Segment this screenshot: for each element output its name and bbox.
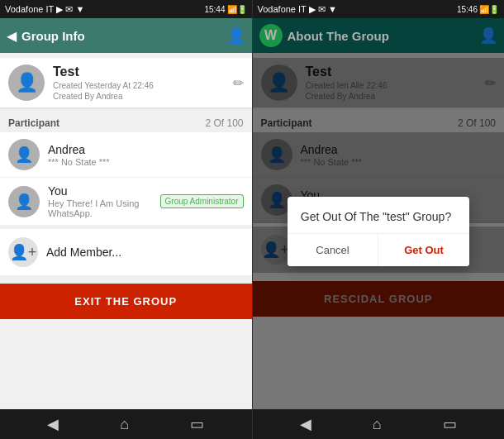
edit-icon-left[interactable]: ✏ <box>233 75 244 91</box>
participant-info-andrea-left: Andrea *** No State *** <box>48 143 244 167</box>
right-content-body: 👤 Test Created Ieri Alle 22:46 Created B… <box>253 53 505 409</box>
carrier-left: Vodafone IT ▶ ✉ ▼ <box>5 4 84 15</box>
add-member-label-left: Add Member... <box>46 246 121 259</box>
group-name-left: Test <box>53 64 225 79</box>
time-left: 15:44 📶🔋 <box>204 5 246 14</box>
add-member-left[interactable]: 👤+ Add Member... <box>0 229 252 275</box>
nav-home-right[interactable]: ⌂ <box>373 416 382 433</box>
section-header-left: Participant 2 Of 100 <box>0 111 252 132</box>
add-person-icon-right[interactable]: 👤 <box>479 26 497 45</box>
status-icons-left: ▶ ✉ ▼ <box>56 4 84 15</box>
dialog-box: Get Out Of The "test" Group? Cancel Get … <box>288 197 469 266</box>
left-header-title: Group Info <box>21 29 222 43</box>
nav-back-right[interactable]: ◀ <box>300 415 311 433</box>
participant-avatar-you-left: 👤 <box>8 186 40 217</box>
group-info-text-left: Test Created Yesterday At 22:46 Created … <box>53 64 225 101</box>
status-bar-left: Vodafone IT ▶ ✉ ▼ 15:44 📶🔋 <box>0 0 253 18</box>
participant-name-andrea-left: Andrea <box>48 143 244 156</box>
left-screen: ◀ Group Info 👤 👤 Test Created Yesterday … <box>0 18 253 409</box>
left-content-body: 👤 Test Created Yesterday At 22:46 Create… <box>0 53 252 409</box>
screens-container: ◀ Group Info 👤 👤 Test Created Yesterday … <box>0 18 504 409</box>
add-person-icon-left[interactable]: 👤 <box>227 26 245 45</box>
group-created-left: Created Yesterday At 22:46 <box>53 81 225 90</box>
time-right: 15:46 📶🔋 <box>457 5 499 14</box>
status-bars: Vodafone IT ▶ ✉ ▼ 15:44 📶🔋 Vodafone IT ▶… <box>0 0 504 18</box>
carrier-name-left: Vodafone IT <box>5 4 54 14</box>
nav-back-left[interactable]: ◀ <box>47 415 59 433</box>
right-app-header: W About The Group 👤 <box>253 18 505 53</box>
left-app-header: ◀ Group Info 👤 <box>0 18 252 53</box>
group-avatar-left: 👤 <box>8 64 45 101</box>
dialog-cancel-button[interactable]: Cancel <box>288 234 379 266</box>
section-count-left: 2 Of 100 <box>205 117 243 129</box>
dialog-overlay: Get Out Of The "test" Group? Cancel Get … <box>253 53 505 409</box>
dialog-title: Get Out Of The "test" Group? <box>288 197 469 234</box>
group-created-by-left: Created By Andrea <box>53 92 225 101</box>
carrier-name-right: Vodafone IT <box>258 4 307 14</box>
nav-bars: ◀ ⌂ ▭ ◀ ⌂ ▭ <box>0 409 504 439</box>
status-icons-right: ▶ ✉ ▼ <box>309 4 337 15</box>
dialog-confirm-button[interactable]: Get Out <box>378 234 469 266</box>
exit-button-left[interactable]: EXIT THE GROUP <box>0 284 252 319</box>
dialog-actions: Cancel Get Out <box>288 234 469 266</box>
back-icon-left[interactable]: ◀ <box>7 28 17 44</box>
participant-name-you-left: You <box>48 184 152 198</box>
participant-status-you-left: Hey There! I Am Using WhatsApp. <box>48 198 152 218</box>
participant-avatar-andrea-left: 👤 <box>8 139 40 170</box>
participant-you-left[interactable]: 👤 You Hey There! I Am Using WhatsApp. Gr… <box>0 178 252 226</box>
admin-badge-left: Group Administrator <box>160 194 244 208</box>
nav-recents-right[interactable]: ▭ <box>443 415 457 433</box>
status-bar-right: Vodafone IT ▶ ✉ ▼ 15:46 📶🔋 <box>253 0 505 18</box>
right-screen: W About The Group 👤 👤 Test Created Ieri … <box>253 18 505 409</box>
nav-home-left[interactable]: ⌂ <box>120 416 129 433</box>
nav-bar-right: ◀ ⌂ ▭ <box>253 409 505 439</box>
nav-recents-left[interactable]: ▭ <box>190 415 204 433</box>
right-header-title: About The Group <box>288 29 475 43</box>
carrier-right: Vodafone IT ▶ ✉ ▼ <box>258 4 337 15</box>
section-title-left: Participant <box>8 117 59 129</box>
participant-info-you-left: You Hey There! I Am Using WhatsApp. <box>48 184 152 218</box>
nav-bar-left: ◀ ⌂ ▭ <box>0 409 253 439</box>
participant-andrea-left[interactable]: 👤 Andrea *** No State *** <box>0 132 252 178</box>
participant-status-andrea-left: *** No State *** <box>48 157 244 167</box>
group-info-card-left: 👤 Test Created Yesterday At 22:46 Create… <box>0 58 252 107</box>
add-member-icon-left: 👤+ <box>8 237 38 267</box>
whatsapp-logo: W <box>259 24 283 47</box>
